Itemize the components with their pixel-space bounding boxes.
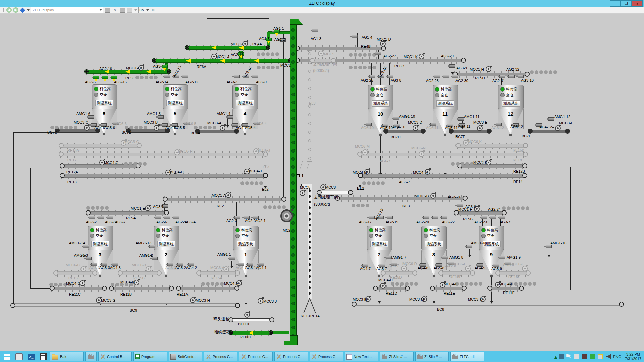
valve[interactable] [548, 117, 554, 121]
conveyor-belt[interactable] [359, 153, 525, 156]
valve[interactable] [457, 204, 463, 207]
conveyor-belt[interactable] [111, 287, 171, 290]
valve[interactable] [182, 75, 188, 78]
temp-system-button[interactable]: 测温系统 [425, 241, 443, 247]
conveyor-bc[interactable] [530, 130, 568, 133]
conveyor-belt[interactable] [60, 144, 139, 148]
valve[interactable] [434, 75, 440, 78]
fan-MCC6-M[interactable] [362, 149, 368, 155]
fan-MCC1-E[interactable] [145, 205, 151, 211]
conveyor-belt[interactable] [318, 191, 351, 194]
fan-MCC3-A[interactable] [220, 125, 225, 131]
valve[interactable] [546, 245, 552, 248]
remote-session-icon[interactable] [559, 354, 564, 359]
conveyor-belt[interactable] [455, 211, 504, 215]
valve[interactable] [443, 75, 449, 78]
valve[interactable] [252, 75, 258, 78]
taskbar-button-bak[interactable]: Bak [50, 352, 84, 361]
conveyor-belt[interactable] [60, 153, 265, 156]
valve[interactable] [375, 52, 381, 55]
temp-system-button[interactable]: 测温系统 [502, 100, 520, 107]
fan-MCC6-B[interactable] [146, 266, 151, 272]
zoom-tool[interactable]: 0o [138, 7, 145, 13]
display-cube-icon[interactable] [20, 7, 25, 13]
valve[interactable] [386, 256, 392, 259]
conveyor-belt[interactable] [432, 287, 464, 290]
conveyor-belt[interactable] [489, 287, 521, 290]
valve[interactable] [518, 75, 524, 78]
valve[interactable] [164, 75, 170, 78]
fan-MCC1-K[interactable] [419, 54, 424, 59]
conveyor-track[interactable] [13, 303, 236, 307]
conveyor-bc[interactable] [128, 129, 168, 133]
taskbar-button-program-[interactable]: Program ... [133, 352, 167, 361]
taskbar-button-softcontr-[interactable]: SoftContr... [169, 352, 202, 361]
elevator-EL1[interactable] [290, 23, 297, 345]
fan-MCC3-C[interactable] [84, 125, 90, 131]
valve[interactable] [432, 216, 438, 219]
conveyor-belt[interactable] [119, 272, 159, 275]
valve[interactable] [499, 216, 505, 219]
temp-system-button[interactable]: 测温系统 [372, 100, 390, 107]
conveyor-belt[interactable] [454, 73, 527, 76]
temp-system-button[interactable]: 测温系统 [370, 241, 388, 247]
valve[interactable] [173, 216, 179, 219]
script-document-icon[interactable]: 🗎 [150, 7, 156, 13]
valve[interactable] [88, 115, 94, 119]
conveyor-belt[interactable] [230, 318, 272, 321]
pin-icon[interactable]: ✎ [112, 7, 118, 13]
elevator-EL2[interactable] [308, 188, 312, 299]
flag-icon[interactable] [566, 354, 571, 359]
fan-MCC6-F[interactable] [522, 266, 528, 272]
valve[interactable] [369, 216, 375, 219]
valve[interactable] [102, 76, 108, 79]
valve[interactable] [499, 256, 505, 259]
taskbar-button-new-text-[interactable]: New Text... [345, 352, 378, 361]
fan-MC2[interactable] [280, 209, 293, 222]
valve[interactable] [442, 256, 448, 259]
display-settings-icon[interactable] [582, 354, 587, 359]
conveyor-belt[interactable] [231, 331, 271, 335]
valve[interactable] [458, 117, 464, 121]
temp-system-button[interactable]: 测温系统 [236, 100, 254, 106]
printer-icon[interactable] [119, 7, 125, 13]
fan-MCC3-E[interactable] [477, 125, 483, 131]
fan-MCC6-E[interactable] [465, 266, 471, 272]
valve[interactable] [83, 245, 89, 248]
valve[interactable] [89, 216, 95, 219]
back-button[interactable]: ◀ [6, 7, 12, 13]
temp-system-button[interactable]: 测温系统 [436, 100, 454, 107]
minimize-button[interactable]: – [610, 0, 621, 7]
refresh-icon[interactable] [127, 7, 133, 13]
conveyor-belt[interactable] [51, 287, 104, 290]
valve[interactable] [155, 216, 161, 219]
refresh-caret[interactable] [134, 9, 137, 11]
conveyor-belt[interactable] [164, 198, 283, 201]
valve[interactable] [466, 245, 472, 248]
server-manager-icon[interactable] [14, 352, 24, 361]
display-selector[interactable]: ZLTC:display [31, 7, 103, 13]
fan-MCC9[interactable] [318, 51, 324, 56]
fan-MCC1-H[interactable] [486, 66, 491, 72]
green-book-icon[interactable] [590, 354, 595, 359]
clock[interactable]: 3:22 PM 7/31/2017 [625, 352, 641, 361]
fan-MCC3-H[interactable] [190, 297, 196, 303]
network-warning-icon[interactable] [598, 354, 603, 359]
taskbar-button-process-g-[interactable]: Process G... [204, 352, 237, 361]
taskbar-button-control-b-[interactable]: Control B... [98, 352, 132, 361]
valve[interactable] [107, 216, 113, 219]
fan-MCC5[interactable] [300, 190, 305, 196]
temp-system-button[interactable]: 测温系统 [237, 241, 255, 247]
valve[interactable] [227, 115, 233, 119]
conveyor-belt[interactable] [187, 46, 268, 50]
valve[interactable] [98, 216, 104, 219]
language-indicator[interactable]: ENG [613, 355, 621, 359]
valve[interactable] [234, 75, 240, 78]
valve[interactable] [508, 75, 515, 78]
forward-button[interactable]: ▶ [13, 7, 18, 13]
fan-MCC6-C[interactable] [80, 266, 86, 272]
taskbar-button-factory[interactable] [85, 352, 97, 361]
fan-MCC3-F[interactable] [555, 125, 561, 131]
valve[interactable] [387, 75, 393, 78]
conveyor-belt[interactable] [360, 174, 524, 178]
